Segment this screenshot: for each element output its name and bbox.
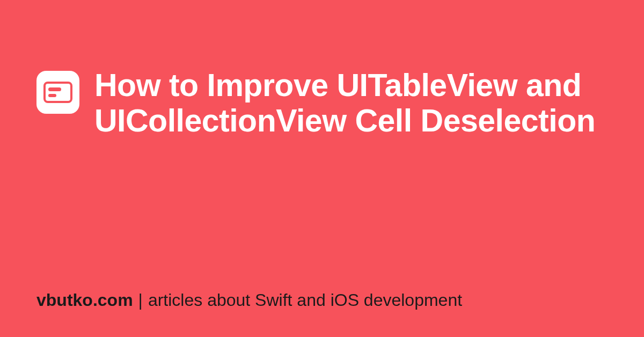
card-container: How to Improve UITableView and UICollect… xyxy=(0,0,644,337)
separator: | xyxy=(138,290,143,310)
article-title: How to Improve UITableView and UICollect… xyxy=(94,68,608,138)
svg-rect-1 xyxy=(48,87,61,91)
header-row: How to Improve UITableView and UICollect… xyxy=(36,68,608,138)
app-icon-box xyxy=(36,71,79,114)
footer: vbutko.com | articles about Swift and iO… xyxy=(36,290,608,310)
cell-icon xyxy=(43,82,72,103)
svg-rect-0 xyxy=(45,83,71,102)
tagline: articles about Swift and iOS development xyxy=(148,290,462,310)
svg-rect-2 xyxy=(48,94,56,97)
site-name: vbutko.com xyxy=(36,290,133,310)
